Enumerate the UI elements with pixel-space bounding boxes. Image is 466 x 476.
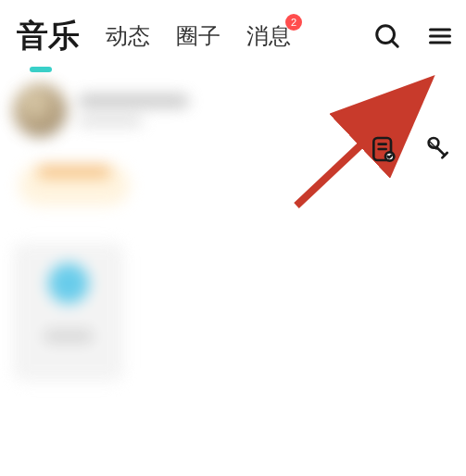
top-nav: 音乐 动态 圈子 消息 2 [0,0,466,67]
menu-icon[interactable] [427,23,453,49]
tab-music[interactable]: 音乐 [17,15,80,57]
action-pill [19,165,130,206]
tab-feed[interactable]: 动态 [106,21,150,51]
blurred-content-area [0,67,466,398]
messages-badge: 2 [285,14,302,31]
tab-messages-label: 消息 [246,23,291,48]
tab-messages[interactable]: 消息 2 [246,21,291,51]
svg-line-1 [392,41,397,46]
feed-item [13,83,453,137]
note-icon[interactable] [368,133,399,165]
avatar [13,83,67,137]
floating-action-icons [368,133,453,165]
tab-circle[interactable]: 圈子 [176,21,220,51]
search-icon[interactable] [373,22,401,50]
content-card [13,243,124,382]
feed-text-placeholder [78,94,453,126]
mic-icon[interactable] [422,133,453,165]
